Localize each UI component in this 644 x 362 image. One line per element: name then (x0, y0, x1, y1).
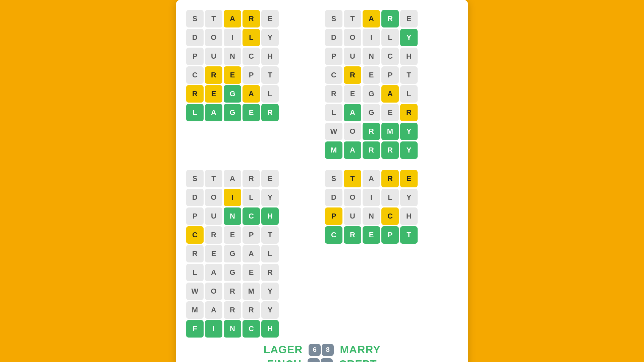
grid-cell: P (325, 207, 342, 225)
grid-cell: H (261, 207, 279, 225)
grid-cell: H (400, 207, 418, 225)
grid-cell: E (400, 10, 418, 27)
grid-cell: O (344, 29, 361, 46)
grid-row: REGAL (186, 85, 319, 103)
grid-row: DOILY (325, 29, 458, 46)
grid-cell: H (261, 320, 279, 338)
grid-cell: O (344, 123, 361, 140)
grid-cell: D (186, 189, 204, 206)
grid-cell: R (224, 301, 241, 319)
grid-cell: C (325, 226, 342, 244)
score-digit-8: 8 (322, 344, 334, 356)
grid-row: CREPT (325, 226, 458, 244)
grid-cell: O (205, 189, 222, 206)
grid-cell: Y (261, 283, 279, 300)
grid-cell: L (261, 245, 279, 262)
grid-cell: E (224, 226, 241, 244)
grid-cell: O (205, 29, 222, 46)
grid-cell: N (224, 48, 241, 65)
grid-cell: T (261, 66, 279, 84)
grid-cell: T (205, 10, 222, 27)
grid-cell: R (205, 66, 222, 84)
grid-cell: T (400, 226, 418, 244)
grid-cell: R (344, 226, 361, 244)
grid-cell: C (243, 207, 260, 225)
score-digit-6: 6 (309, 344, 321, 356)
grid-cell: A (224, 170, 241, 187)
grid-cell: E (363, 66, 380, 84)
grid-cell: A (205, 301, 222, 319)
grid-cell: Y (400, 29, 418, 46)
grid-cell: L (186, 104, 204, 121)
grid-cell: U (344, 48, 361, 65)
grid-row: DOILY (186, 29, 319, 46)
grid-cell: Y (400, 141, 418, 159)
grid-cell: D (186, 29, 204, 46)
grid-cell: I (224, 189, 241, 206)
grid-row: CREPT (186, 226, 319, 244)
grid-row: PUNCH (186, 207, 319, 225)
grid-cell: E (261, 10, 279, 27)
grid-row: STARE (186, 10, 319, 27)
grid-cell: A (363, 10, 380, 27)
grid-cell: U (205, 48, 222, 65)
grid-cell: C (381, 48, 399, 65)
answer-line-2: FINCH 9 4 CREPT (267, 358, 377, 362)
grid-cell: R (325, 85, 342, 103)
grid-cell: T (261, 226, 279, 244)
grid-cell: P (186, 207, 204, 225)
grid-cell: P (381, 66, 399, 84)
answer-marry: MARRY (340, 344, 380, 356)
grid-cell: M (381, 123, 399, 140)
grid-cell: O (344, 189, 361, 206)
grid-cell: A (344, 141, 361, 159)
grid-cell: O (205, 283, 222, 300)
grid-row: LAGER (186, 264, 319, 281)
grid-row: REGAL (186, 245, 319, 262)
grid-cell: C (243, 48, 260, 65)
grid-cell: N (224, 320, 241, 338)
grid-top-left: STAREDOILYPUNCHCREPTREGALLAGER (186, 10, 319, 159)
grid-cell: A (363, 170, 380, 187)
grid-cell: Y (261, 29, 279, 46)
score-digit-9: 9 (308, 358, 320, 362)
grid-cell: A (205, 104, 222, 121)
grid-cell: P (243, 226, 260, 244)
grid-cell: A (381, 85, 399, 103)
grid-cell: R (344, 66, 361, 84)
grid-cell: M (186, 301, 204, 319)
grid-row: FINCH (186, 320, 319, 338)
answer-finch: FINCH (267, 358, 302, 362)
answers-section: LAGER 6 8 MARRY FINCH 9 4 CREPT (186, 344, 458, 362)
game-card: STAREDOILYPUNCHCREPTREGALLAGER STAREDOIL… (176, 0, 468, 362)
grid-row: REGAL (325, 85, 458, 103)
grid-cell: A (344, 104, 361, 121)
grid-row: WORMY (325, 123, 458, 140)
grid-row: PUNCH (325, 207, 458, 225)
grid-cell: P (325, 48, 342, 65)
answer-lager: LAGER (263, 344, 303, 356)
grid-cell: E (243, 264, 260, 281)
grid-cell: G (363, 104, 380, 121)
grid-cell: R (363, 123, 380, 140)
grid-cell: R (381, 141, 399, 159)
grid-row: PUNCH (186, 48, 319, 65)
grid-cell: G (224, 104, 241, 121)
grid-cell: H (261, 48, 279, 65)
grid-cell: R (381, 170, 399, 187)
grid-row: MARRY (325, 141, 458, 159)
grid-cell: D (325, 189, 342, 206)
grid-cell: R (381, 10, 399, 27)
top-grids-row: STAREDOILYPUNCHCREPTREGALLAGER STAREDOIL… (186, 10, 458, 159)
grid-cell: E (261, 170, 279, 187)
grid-cell: R (261, 104, 279, 121)
grid-cell: N (363, 48, 380, 65)
grid-cell: E (243, 104, 260, 121)
grid-cell: R (186, 85, 204, 103)
grid-cell: R (363, 141, 380, 159)
grid-cell: P (186, 48, 204, 65)
grid-cell: M (325, 141, 342, 159)
grid-cell: L (186, 264, 204, 281)
grid-cell: T (400, 66, 418, 84)
grid-cell: A (243, 85, 260, 103)
